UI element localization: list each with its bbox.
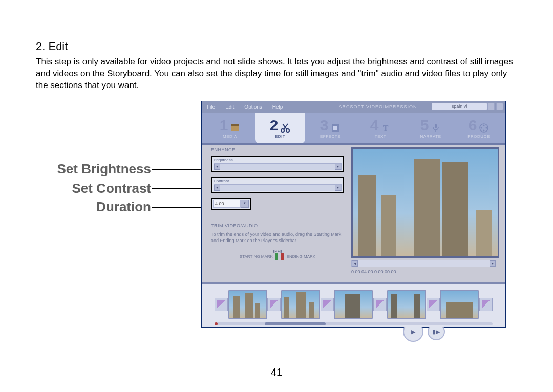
- next-mark-icon: ▸▮: [278, 249, 282, 253]
- svg-rect-7: [435, 124, 437, 128]
- trim-marks-legend: ▮◂ ▸▮ STARTING MARK ENDING MARK: [211, 249, 344, 260]
- contrast-slider[interactable]: ◂▸: [214, 184, 342, 191]
- end-mark-label: ENDING MARK: [287, 254, 315, 259]
- storyboard-thumb[interactable]: [334, 290, 373, 319]
- tab-label: PRODUCE: [467, 134, 490, 139]
- brightness-slider[interactable]: ◂▸: [214, 163, 342, 170]
- svg-point-13: [481, 127, 482, 128]
- document-name: spain.vi: [432, 103, 487, 110]
- menu-options[interactable]: Options: [239, 104, 267, 110]
- text-icon: T: [380, 120, 391, 130]
- app-screenshot: File Edit Options Help ARCSOFT VIDEOIMPR…: [201, 101, 506, 328]
- timecode: 0:00:04:00 0:00:00:00: [351, 269, 496, 274]
- tab-number: 4: [370, 118, 379, 133]
- minimize-icon[interactable]: [487, 103, 495, 110]
- tab-number: 3: [320, 118, 329, 133]
- menu-help[interactable]: Help: [267, 104, 288, 110]
- section-heading: 2. Edit: [36, 40, 68, 53]
- preview-frame: [351, 147, 499, 258]
- tab-number: 5: [420, 118, 429, 133]
- tab-media[interactable]: 1 MEDIA: [205, 113, 255, 143]
- tab-number: 6: [469, 118, 477, 133]
- menu-edit[interactable]: Edit: [220, 104, 239, 110]
- svg-point-10: [483, 124, 485, 126]
- transition-slot[interactable]: [427, 298, 440, 311]
- svg-point-12: [483, 129, 485, 131]
- svg-point-11: [486, 127, 487, 128]
- svg-text:T: T: [383, 124, 389, 133]
- page-number: 41: [0, 366, 553, 378]
- section-body: This step is only available for video pr…: [36, 56, 517, 92]
- start-mark-icon: [275, 253, 278, 260]
- tab-label: EDIT: [275, 134, 285, 139]
- transition-slot[interactable]: [479, 298, 493, 311]
- preview-scrubber[interactable]: ◂▸: [351, 260, 496, 267]
- close-icon[interactable]: [496, 103, 503, 110]
- trim-heading: TRIM VIDEO/AUDIO: [211, 223, 344, 228]
- menu-file[interactable]: File: [202, 104, 220, 110]
- tab-narrate[interactable]: 5 NARRATE: [406, 113, 456, 143]
- duration-dropdown[interactable]: 4.00 ▾: [211, 198, 251, 210]
- storyboard-thumb[interactable]: [440, 290, 479, 319]
- tab-number: 2: [270, 118, 279, 133]
- app-brand: ARCSOFT VIDEOIMPRESSION: [330, 101, 426, 113]
- transition-slot[interactable]: [215, 298, 228, 311]
- callout-brightness: Set Brightness: [36, 161, 151, 177]
- tab-edit[interactable]: 2 EDIT: [255, 113, 305, 143]
- trim-tip: To trim the ends of your video and audio…: [211, 231, 344, 244]
- tab-label: NARRATE: [420, 134, 441, 139]
- storyboard: [202, 282, 505, 327]
- storyboard-thumb[interactable]: [228, 290, 267, 319]
- enhance-heading: ENHANCE: [211, 147, 344, 153]
- callout-duration: Duration: [36, 199, 151, 215]
- brightness-control: Brightness ◂▸: [211, 156, 344, 172]
- tab-label: MEDIA: [223, 134, 237, 139]
- tab-label: TEXT: [375, 134, 386, 139]
- enhance-panel: ENHANCE Brightness ◂▸ Contrast ◂▸ 4.00 ▾: [211, 147, 344, 210]
- transition-slot[interactable]: [267, 298, 281, 311]
- transition-slot[interactable]: [373, 298, 387, 311]
- microphone-icon: [431, 120, 441, 130]
- start-mark-label: STARTING MARK: [240, 254, 273, 259]
- transition-slot[interactable]: [321, 298, 334, 311]
- step-tabs: 1 MEDIA 2 EDIT 3 EFFECTS 4T TEXT 5 NAR: [202, 113, 505, 145]
- svg-rect-5: [333, 126, 337, 130]
- media-icon: [230, 120, 240, 130]
- chevron-down-icon[interactable]: ▾: [241, 200, 249, 208]
- menubar: File Edit Options Help ARCSOFT VIDEOIMPR…: [202, 101, 505, 113]
- brightness-label: Brightness: [214, 158, 342, 162]
- svg-rect-0: [231, 125, 239, 131]
- callout-contrast: Set Contrast: [36, 181, 151, 197]
- contrast-control: Contrast ◂▸: [211, 177, 344, 193]
- storyboard-thumb[interactable]: [281, 290, 320, 319]
- effects-icon: [330, 120, 341, 130]
- tab-effects[interactable]: 3 EFFECTS: [305, 113, 355, 143]
- storyboard-thumb[interactable]: [387, 290, 426, 319]
- trim-panel: TRIM VIDEO/AUDIO To trim the ends of you…: [211, 223, 344, 260]
- film-reel-icon: [479, 120, 489, 130]
- storyboard-scrollbar[interactable]: [215, 322, 493, 325]
- tab-produce[interactable]: 6 PRODUCE: [456, 113, 502, 143]
- end-mark-icon: [281, 253, 284, 260]
- preview-panel: ◂▸ 0:00:04:00 0:00:00:00 ▶ ▮▶: [351, 147, 496, 274]
- tab-number: 1: [220, 118, 228, 133]
- prev-mark-icon: ▮◂: [273, 249, 277, 253]
- tab-text[interactable]: 4T TEXT: [355, 113, 406, 143]
- tab-label: EFFECTS: [320, 134, 341, 139]
- contrast-label: Contrast: [214, 179, 342, 183]
- scissors-icon: [280, 120, 290, 130]
- duration-value: 4.00: [213, 200, 241, 208]
- svg-rect-1: [231, 124, 239, 126]
